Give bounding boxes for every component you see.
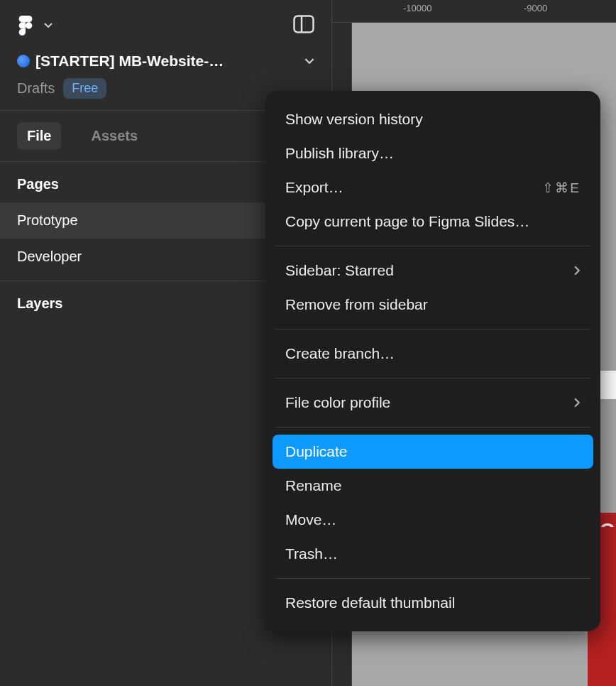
menu-item-color-profile[interactable]: File color profile [273,386,593,420]
figma-icon [17,16,34,36]
ruler-tick: -9000 [524,3,547,13]
menu-item-sidebar-starred[interactable]: Sidebar: Starred [273,254,593,288]
menu-item-export[interactable]: Export… ⇧⌘E [273,170,593,205]
file-name-button[interactable]: [STARTER] MB-Website-… [17,53,290,70]
menu-item-label: Create branch… [285,345,395,362]
chevron-right-icon [574,394,581,411]
menu-item-remove-sidebar[interactable]: Remove from sidebar [273,288,593,322]
ruler-tick: -10000 [403,3,431,13]
menu-item-label: Show version history [285,111,423,128]
tab-file[interactable]: File [17,122,61,150]
menu-item-create-branch[interactable]: Create branch… [273,337,593,371]
menu-item-rename[interactable]: Rename [273,469,593,503]
ruler-horizontal: -10000 -9000 [332,0,616,23]
menu-shortcut: ⇧⌘E [542,180,581,196]
chevron-right-icon [574,262,581,279]
chevron-down-icon [44,23,53,28]
file-status-icon [17,55,30,67]
figma-menu-button[interactable] [17,16,53,36]
menu-item-label: Copy current page to Figma Slides… [285,213,529,230]
file-location-label[interactable]: Drafts [17,80,55,97]
menu-item-label: Remove from sidebar [285,296,428,313]
menu-item-label: Publish library… [285,145,394,162]
menu-item-duplicate[interactable]: Duplicate [273,435,593,469]
menu-divider [275,246,590,246]
file-header: [STARTER] MB-Website-… [0,43,331,74]
file-menu-chevron[interactable] [304,55,314,67]
menu-item-label: Duplicate [285,443,348,460]
menu-divider [275,427,590,428]
menu-item-label: Rename [285,477,341,494]
menu-divider [275,578,590,579]
plan-badge[interactable]: Free [63,78,106,99]
svg-rect-1 [295,16,314,33]
menu-item-version-history[interactable]: Show version history [273,102,593,136]
menu-item-label: File color profile [285,394,390,411]
menu-item-label: Trash… [285,545,338,562]
menu-item-publish-library[interactable]: Publish library… [273,136,593,170]
menu-item-trash[interactable]: Trash… [273,537,593,571]
file-context-menu: Show version history Publish library… Ex… [265,91,600,631]
panel-toggle-button[interactable] [293,15,314,36]
menu-divider [275,329,590,330]
menu-item-copy-to-slides[interactable]: Copy current page to Figma Slides… [273,205,593,239]
menu-item-restore-thumbnail[interactable]: Restore default thumbnail [273,586,593,620]
chevron-down-icon [304,58,314,65]
file-name-label: [STARTER] MB-Website-… [35,53,224,70]
menu-item-label: Sidebar: Starred [285,262,394,279]
top-bar [0,0,331,43]
panel-icon [293,15,314,33]
menu-divider [275,378,590,379]
menu-item-label: Export… [285,179,343,196]
svg-point-0 [26,22,32,28]
menu-item-move[interactable]: Move… [273,503,593,537]
tab-assets[interactable]: Assets [81,122,148,150]
menu-item-label: Move… [285,511,336,528]
menu-item-label: Restore default thumbnail [285,594,455,611]
